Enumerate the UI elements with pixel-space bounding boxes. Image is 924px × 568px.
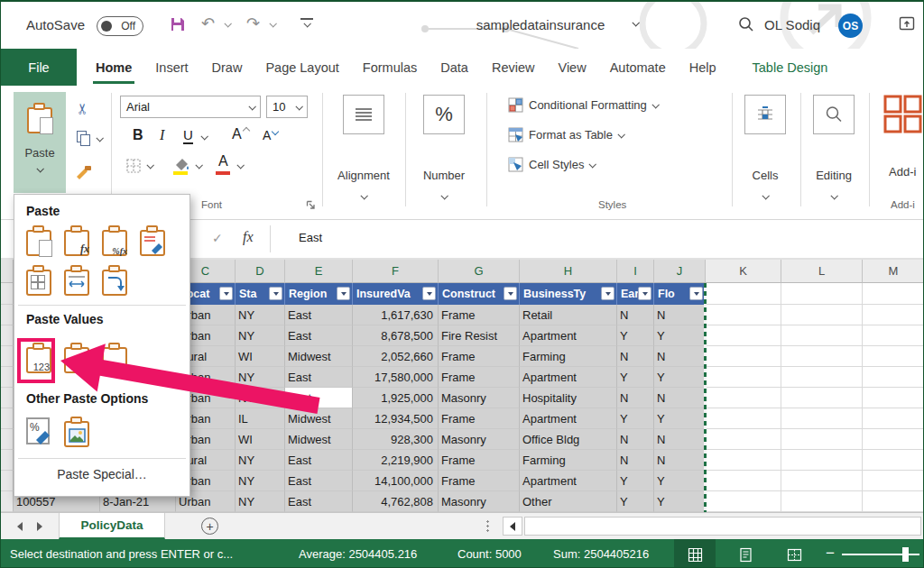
cell[interactable]: NY	[236, 450, 285, 471]
filter-dropdown-icon[interactable]	[269, 287, 282, 300]
cell[interactable]: NY	[236, 367, 285, 388]
underline-dropdown-icon[interactable]	[200, 133, 208, 140]
page-layout-view-button[interactable]	[725, 539, 766, 568]
cell[interactable]: WI	[236, 429, 285, 450]
cell[interactable]	[863, 325, 924, 346]
avatar[interactable]: OS	[838, 14, 863, 38]
keep-source-formatting-icon[interactable]	[139, 225, 166, 256]
page-break-preview-button[interactable]	[773, 539, 815, 568]
no-borders-icon[interactable]	[25, 265, 52, 296]
cell[interactable]: NY	[236, 491, 285, 512]
table-header-cell-e[interactable]: Region	[285, 283, 353, 305]
table-header-cell-j[interactable]: Flo	[654, 283, 706, 305]
cell[interactable]: Retail	[520, 305, 617, 325]
alignment-button[interactable]	[343, 95, 384, 134]
cell[interactable]: East	[285, 388, 353, 408]
formulas-icon[interactable]: fx	[63, 225, 90, 256]
cell[interactable]	[706, 305, 781, 325]
editing-button[interactable]	[813, 95, 855, 134]
sheet-nav-left-icon[interactable]	[17, 522, 23, 531]
fill-color-icon[interactable]	[172, 156, 190, 170]
column-header-k[interactable]: K	[706, 260, 781, 283]
cell[interactable]: East	[285, 491, 353, 512]
cell[interactable]: Office Bldg	[520, 429, 617, 450]
transpose-icon[interactable]	[101, 265, 128, 296]
cell[interactable]	[706, 367, 781, 388]
cell[interactable]	[781, 305, 863, 325]
cell[interactable]	[706, 388, 781, 408]
cell[interactable]	[781, 471, 863, 491]
tab-insert[interactable]: Insert	[143, 49, 199, 86]
cell[interactable]: Frame	[439, 450, 520, 471]
cell[interactable]: Masonry	[439, 388, 520, 408]
cell[interactable]: Farming	[520, 450, 617, 471]
cell[interactable]: Y	[617, 491, 654, 512]
column-header-e[interactable]: E	[285, 260, 353, 283]
cell[interactable]	[781, 491, 863, 512]
cell[interactable]: Frame	[439, 367, 520, 388]
cell[interactable]	[863, 408, 924, 429]
tab-file[interactable]: File	[1, 49, 77, 86]
save-icon[interactable]	[169, 15, 187, 33]
font-dialog-launcher-icon[interactable]	[306, 200, 316, 210]
cell[interactable]: N	[617, 450, 654, 471]
cell[interactable]	[781, 450, 863, 471]
select-all-corner[interactable]	[1, 260, 14, 283]
normal-view-button[interactable]	[674, 539, 716, 568]
search-icon[interactable]	[737, 15, 755, 33]
cell[interactable]: 12,934,500	[353, 408, 439, 429]
cell[interactable]	[781, 388, 863, 408]
number-chevron-icon[interactable]	[403, 187, 485, 203]
cell[interactable]: East	[285, 305, 353, 325]
cell[interactable]: NY	[236, 471, 285, 491]
filter-dropdown-icon[interactable]	[689, 287, 703, 300]
cell[interactable]: WI	[236, 346, 285, 367]
cell[interactable]: NY	[236, 388, 285, 408]
tab-data[interactable]: Data	[429, 49, 480, 86]
copy-dropdown-icon[interactable]	[96, 134, 103, 142]
paste-picture-icon[interactable]	[63, 417, 90, 447]
tab-draw[interactable]: Draw	[200, 49, 254, 86]
borders-dropdown-icon[interactable]	[146, 161, 153, 169]
cell[interactable]: N	[654, 305, 706, 325]
cell[interactable]	[863, 491, 924, 512]
cell[interactable]	[706, 408, 781, 429]
cell[interactable]: Apartment	[520, 367, 617, 388]
table-header-cell-f[interactable]: InsuredVa	[353, 283, 439, 305]
cell[interactable]: Y	[654, 491, 706, 512]
cell[interactable]	[706, 491, 781, 512]
cell[interactable]: Frame	[439, 471, 520, 491]
empty-cell[interactable]	[706, 283, 781, 305]
italic-button[interactable]: I	[160, 127, 164, 143]
column-header-m[interactable]: M	[863, 260, 924, 283]
table-header-cell-d[interactable]: Sta	[236, 283, 285, 305]
paste-button[interactable]: Paste	[14, 92, 66, 193]
bold-button[interactable]: B	[133, 127, 143, 143]
cell[interactable]	[863, 367, 924, 388]
column-header-d[interactable]: D	[236, 260, 285, 283]
cell[interactable]: Y	[654, 325, 706, 346]
editing-chevron-icon[interactable]	[793, 187, 874, 203]
cell[interactable]	[706, 450, 781, 471]
paste-icon[interactable]	[25, 225, 52, 256]
filter-dropdown-icon[interactable]	[337, 287, 350, 300]
tab-table-design[interactable]: Table Design	[741, 49, 840, 86]
cell[interactable]: East	[285, 325, 353, 346]
column-header-g[interactable]: G	[439, 260, 520, 283]
cell[interactable]	[706, 325, 781, 346]
cell[interactable]: NY	[236, 305, 285, 325]
alignment-chevron-icon[interactable]	[323, 187, 404, 203]
user-name[interactable]: OL Sodiq	[764, 17, 820, 32]
cell[interactable]: N	[654, 346, 706, 367]
cell[interactable]: Masonry	[439, 429, 520, 450]
font-size-select[interactable]: 10	[266, 96, 308, 118]
zoom-slider-handle[interactable]	[902, 547, 909, 562]
tab-formulas[interactable]: Formulas	[351, 49, 429, 86]
cell[interactable]: Fire Resist	[439, 325, 520, 346]
formatting-icon[interactable]: %	[25, 417, 52, 447]
sheet-tab-policydata[interactable]: PolicyData	[59, 513, 165, 539]
ribbon-display-options-icon[interactable]	[898, 15, 916, 33]
cell[interactable]: Frame	[439, 305, 520, 325]
filter-dropdown-icon[interactable]	[504, 287, 517, 300]
column-header-f[interactable]: F	[353, 260, 439, 283]
